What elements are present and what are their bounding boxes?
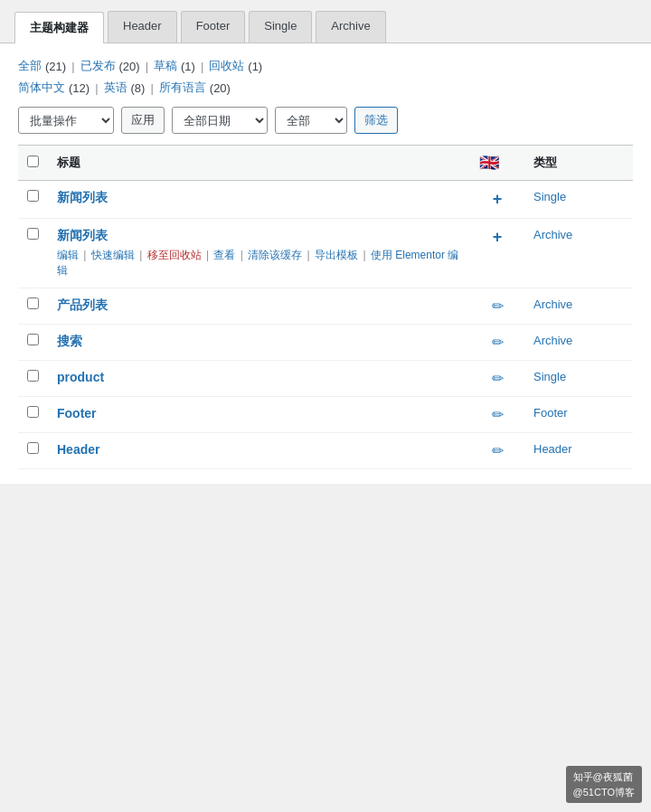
row-title-link[interactable]: Header	[57, 442, 99, 457]
row-lang-cell: ✏	[470, 433, 524, 469]
row-type-link[interactable]: Archive	[533, 297, 572, 311]
row-type-link[interactable]: Single	[533, 190, 566, 203]
action-clear-cache[interactable]: 清除该缓存	[248, 249, 302, 261]
tab-theme-builder[interactable]: 主题构建器	[14, 12, 104, 43]
row-type-cell: Header	[524, 433, 633, 469]
sep: |	[83, 249, 86, 261]
row-lang-cell: +	[470, 219, 524, 288]
row-type-link[interactable]: Single	[533, 370, 566, 383]
tabs-bar: 主题构建器 Header Footer Single Archive	[0, 0, 651, 43]
apply-button[interactable]: 应用	[121, 107, 165, 134]
filter-all-count: (21)	[45, 60, 66, 73]
row-lang-cell: +	[470, 181, 524, 219]
row-title-link[interactable]: 新闻列表	[57, 190, 108, 204]
plus-icon: +	[493, 228, 503, 246]
row-lang-cell: ✏	[470, 397, 524, 433]
row-checkbox[interactable]	[27, 228, 39, 240]
flag-icon: 🇬🇧	[479, 154, 499, 172]
filter-trash-count: (1)	[248, 60, 262, 73]
filter-draft[interactable]: 草稿	[154, 58, 177, 74]
table-row: 新闻列表 + Single	[18, 181, 633, 219]
type-select[interactable]: 全部	[275, 107, 347, 134]
row-checkbox-cell	[18, 397, 48, 433]
row-title-cell: product	[48, 361, 470, 397]
row-title-link[interactable]: product	[57, 370, 104, 384]
row-type-cell: Archive	[524, 219, 633, 288]
tab-header[interactable]: Header	[108, 11, 177, 42]
row-lang-cell: ✏	[470, 288, 524, 325]
tab-single[interactable]: Single	[249, 11, 312, 42]
lang-all-count: (20)	[210, 81, 231, 95]
row-title-link[interactable]: 搜索	[57, 334, 82, 348]
lang-sep1: |	[95, 81, 98, 95]
row-type-cell: Archive	[524, 288, 633, 325]
items-table: 标题 🇬🇧 类型 新闻列表 +	[18, 145, 633, 469]
plus-icon: +	[493, 190, 503, 208]
bulk-action-select[interactable]: 批量操作	[18, 107, 114, 134]
action-export-template[interactable]: 导出模板	[315, 249, 358, 261]
filter-trash[interactable]: 回收站	[209, 58, 244, 74]
action-edit[interactable]: 编辑	[57, 249, 79, 261]
lang-all[interactable]: 所有语言	[159, 80, 206, 96]
date-select[interactable]: 全部日期	[172, 107, 268, 134]
row-checkbox-cell	[18, 219, 48, 288]
action-trash[interactable]: 移至回收站	[147, 249, 202, 261]
pencil-icon: ✏	[492, 443, 504, 458]
action-quick-edit[interactable]: 快速编辑	[91, 249, 135, 261]
table-row: 产品列表 ✏ Archive	[18, 288, 633, 325]
row-title-link[interactable]: Footer	[57, 406, 97, 420]
row-type-link[interactable]: Archive	[533, 228, 572, 241]
table-row: 新闻列表 编辑 | 快速编辑 | 移至回收站 | 查看 | 清除该缓存 |	[18, 219, 633, 288]
lang-zh[interactable]: 简体中文	[18, 80, 65, 96]
sep: |	[363, 249, 365, 261]
lang-sep2: |	[150, 81, 153, 95]
table-row: product ✏ Single	[18, 361, 633, 397]
row-checkbox[interactable]	[27, 334, 39, 345]
row-checkbox[interactable]	[27, 406, 39, 418]
tab-footer[interactable]: Footer	[181, 11, 246, 42]
row-checkbox[interactable]	[27, 190, 39, 202]
filter-published[interactable]: 已发布	[80, 58, 116, 74]
sep: |	[139, 249, 142, 261]
row-type-link[interactable]: Footer	[533, 406, 568, 420]
row-title-cell: 搜索	[48, 325, 470, 361]
row-title-link[interactable]: 产品列表	[57, 297, 108, 312]
sep2: |	[146, 60, 148, 73]
row-title-cell: 产品列表	[48, 288, 470, 325]
row-type-link[interactable]: Header	[533, 442, 572, 456]
filter-links: 全部 (21) | 已发布 (20) | 草稿 (1) | 回收站 (1)	[18, 58, 633, 74]
action-view[interactable]: 查看	[213, 249, 235, 261]
row-lang-cell: ✏	[470, 325, 524, 361]
row-checkbox[interactable]	[27, 370, 39, 382]
row-checkbox-cell	[18, 181, 48, 219]
row-checkbox-cell	[18, 325, 48, 361]
bulk-actions-bar: 批量操作 应用 全部日期 全部 筛选	[18, 107, 633, 134]
lang-links: 简体中文 (12) | 英语 (8) | 所有语言 (20)	[18, 80, 633, 96]
row-actions: 编辑 | 快速编辑 | 移至回收站 | 查看 | 清除该缓存 | 导出模板 |	[57, 248, 461, 279]
col-lang-header: 🇬🇧	[470, 146, 524, 181]
filter-draft-count: (1)	[181, 60, 195, 73]
filter-published-count: (20)	[119, 60, 140, 73]
filter-button[interactable]: 筛选	[354, 107, 398, 134]
row-title-link[interactable]: 新闻列表	[57, 228, 108, 242]
row-type-cell: Archive	[524, 325, 633, 361]
filter-all[interactable]: 全部	[18, 58, 42, 74]
col-title-header: 标题	[48, 146, 470, 181]
pencil-icon: ✏	[492, 335, 504, 350]
lang-en[interactable]: 英语	[104, 80, 127, 96]
row-checkbox[interactable]	[27, 442, 39, 454]
row-title-cell: 新闻列表	[48, 181, 470, 219]
row-title-cell: 新闻列表 编辑 | 快速编辑 | 移至回收站 | 查看 | 清除该缓存 |	[48, 219, 470, 288]
row-type-cell: Single	[524, 181, 633, 219]
row-type-link[interactable]: Archive	[533, 334, 572, 347]
select-all-checkbox[interactable]	[27, 156, 39, 167]
row-checkbox-cell	[18, 361, 48, 397]
sep1: |	[71, 60, 74, 73]
table-row: Footer ✏ Footer	[18, 397, 633, 433]
pencil-icon: ✏	[492, 371, 504, 386]
row-checkbox[interactable]	[27, 297, 39, 309]
main-content: 全部 (21) | 已发布 (20) | 草稿 (1) | 回收站 (1) 简体…	[0, 43, 651, 484]
tab-archive[interactable]: Archive	[316, 11, 385, 42]
row-title-cell: Header	[48, 433, 470, 469]
select-all-header	[18, 146, 48, 181]
